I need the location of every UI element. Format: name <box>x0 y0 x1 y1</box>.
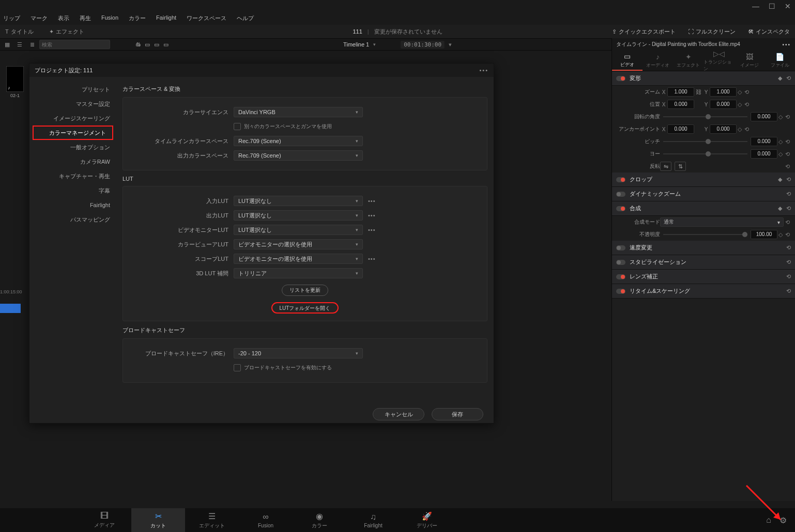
tab-audio[interactable]: ♪オーディオ <box>643 51 673 71</box>
color-science-select[interactable]: DaVinci YRGB▾ <box>234 107 363 117</box>
reset-icon[interactable]: ⟲ <box>786 75 791 82</box>
menu-playback[interactable]: 再生 <box>80 14 91 25</box>
nav-master[interactable]: マスター設定 <box>29 97 116 111</box>
rot-value[interactable]: 0.000 <box>751 112 777 121</box>
minimize-button[interactable]: — <box>752 2 759 10</box>
page-deliver[interactable]: 🚀デリバー <box>400 508 454 532</box>
sc-lut-select[interactable]: ビデオモニターの選択を使用▾ <box>234 254 363 264</box>
menu-workspace[interactable]: ワークスペース <box>187 14 226 25</box>
pitch-value[interactable]: 0.000 <box>751 137 777 146</box>
tool-icon-1[interactable]: ▭ <box>135 41 141 48</box>
lens-toggle[interactable] <box>616 274 625 279</box>
yaw-slider[interactable] <box>663 153 747 154</box>
section-stab[interactable]: スタビライゼーション⟲ <box>612 255 795 270</box>
nav-camera-raw[interactable]: カメラRAW <box>29 154 116 169</box>
tool-icon-2[interactable]: ▭ <box>145 41 150 48</box>
inspector-menu-icon[interactable]: ••• <box>782 42 791 48</box>
cancel-button[interactable]: キャンセル <box>373 408 424 420</box>
flip-h-button[interactable]: ⇋ <box>660 162 671 171</box>
sc-lut-more[interactable]: ••• <box>368 256 376 262</box>
open-lut-folder-button[interactable]: LUTフォルダーを開く <box>271 302 339 314</box>
page-edit[interactable]: ☰エディット <box>185 508 239 532</box>
page-fairlight[interactable]: ♫Fairlight <box>346 508 400 532</box>
flip-v-button[interactable]: ⇅ <box>675 162 686 171</box>
pos-y[interactable]: 0.000 <box>710 100 737 109</box>
menu-mark[interactable]: マーク <box>30 14 48 25</box>
link-icon[interactable]: ⛓ <box>694 89 702 95</box>
input-lut-more[interactable]: ••• <box>368 198 376 204</box>
nav-scaling[interactable]: イメージスケーリング <box>29 111 116 126</box>
tab-effects[interactable]: ✦エフェクト <box>673 51 704 71</box>
section-lens[interactable]: レンズ補正⟲ <box>612 270 795 284</box>
menu-fusion[interactable]: Fusion <box>101 14 118 25</box>
yaw-value[interactable]: 0.000 <box>751 149 777 159</box>
pitch-slider[interactable] <box>663 141 747 142</box>
keyframe-icon[interactable]: ◆ <box>778 75 782 82</box>
page-media[interactable]: 🎞メディア <box>78 508 131 532</box>
timeline-name[interactable]: Timeline 1 <box>343 41 369 48</box>
media-thumb[interactable]: 02-1 <box>6 66 24 98</box>
nav-capture[interactable]: キャプチャー・再生 <box>29 169 116 183</box>
page-fusion[interactable]: ∞Fusion <box>239 508 293 532</box>
nav-color-mgmt[interactable]: カラーマネージメント <box>33 126 113 140</box>
output-lut-select[interactable]: LUT選択なし▾ <box>234 210 363 221</box>
strip-view-icon[interactable]: ☰ <box>16 41 24 48</box>
menu-color[interactable]: カラー <box>129 14 146 25</box>
menu-view[interactable]: 表示 <box>58 14 69 25</box>
section-transform[interactable]: 変形 ◆⟲ <box>612 71 795 86</box>
section-speed[interactable]: 速度変更⟲ <box>612 241 795 255</box>
tab-video[interactable]: ▭ビデオ <box>612 51 643 71</box>
inspector-button[interactable]: 🛠インスペクタ <box>748 28 790 36</box>
menu-fairlight[interactable]: Fairlight <box>156 14 176 25</box>
settings-button[interactable]: ⚙ <box>779 515 787 525</box>
maximize-button[interactable]: ☐ <box>769 2 775 10</box>
section-dz[interactable]: ダイナミックズーム⟲ <box>612 187 795 201</box>
bsafe-enable-checkbox[interactable] <box>234 364 241 371</box>
bsafe-ire-select[interactable]: -20 - 120▾ <box>234 348 363 358</box>
output-cs-select[interactable]: Rec.709 (Scene)▾ <box>234 150 363 161</box>
close-button[interactable]: ✕ <box>785 2 791 10</box>
section-crop[interactable]: クロップ◆⟲ <box>612 173 795 187</box>
fullscreen-button[interactable]: ⛶フルスクリーン <box>688 28 736 36</box>
effects-button[interactable]: ✦エフェクト <box>49 28 84 36</box>
timeline-clip[interactable] <box>0 304 21 313</box>
pos-x[interactable]: 0.000 <box>667 100 694 109</box>
nav-presets[interactable]: プリセット <box>29 82 116 97</box>
timeline-cs-select[interactable]: Rec.709 (Scene)▾ <box>234 136 363 146</box>
retime-toggle[interactable] <box>616 289 625 294</box>
zoom-y[interactable]: 1.000 <box>710 87 737 97</box>
output-lut-more[interactable]: ••• <box>368 212 376 218</box>
cv-lut-select[interactable]: ビデオモニターの選択を使用▾ <box>234 239 363 249</box>
tool-icon-4[interactable]: ▭ <box>163 41 169 48</box>
dialog-menu-icon[interactable]: ••• <box>479 67 488 73</box>
vm-lut-select[interactable]: LUT選択なし▾ <box>234 225 363 235</box>
grid-view-icon[interactable]: ▦ <box>3 41 11 48</box>
quick-export-button[interactable]: ⇪クイックエクスポート <box>612 28 676 36</box>
vm-lut-more[interactable]: ••• <box>368 227 376 233</box>
section-comp[interactable]: 合成◆⟲ <box>612 201 795 216</box>
opacity-slider[interactable] <box>663 234 747 235</box>
tab-image[interactable]: 🖼イメージ <box>734 51 765 71</box>
stab-toggle[interactable] <box>616 260 625 265</box>
page-cut[interactable]: ✂カット <box>131 508 185 532</box>
tool-icon-3[interactable]: ▭ <box>154 41 159 48</box>
tab-transition[interactable]: ▷◁トランジション <box>704 51 734 71</box>
anchor-y[interactable]: 0.000 <box>710 124 737 134</box>
page-color[interactable]: ◉カラー <box>293 508 346 532</box>
anchor-x[interactable]: 0.000 <box>667 124 694 134</box>
separate-gamma-checkbox[interactable] <box>234 123 241 130</box>
tab-file[interactable]: 📄ファイル <box>765 51 795 71</box>
tc-options-icon[interactable]: ▾ <box>449 41 452 48</box>
list-view-icon[interactable]: ≣ <box>28 41 36 48</box>
zoom-x[interactable]: 1.000 <box>667 87 694 97</box>
menu-help[interactable]: ヘルプ <box>237 14 254 25</box>
speed-toggle[interactable] <box>616 245 625 251</box>
reset-icon[interactable]: ⟲ <box>743 89 750 96</box>
dz-toggle[interactable] <box>616 192 625 197</box>
timecode[interactable]: 00:01:30:00 <box>401 41 445 49</box>
menu-clip[interactable]: リップ <box>3 14 20 25</box>
clip-thumbnail[interactable] <box>6 66 24 92</box>
nav-pathmap[interactable]: パスマッピング <box>29 212 116 227</box>
comp-toggle[interactable] <box>616 206 625 211</box>
save-button[interactable]: 保存 <box>432 408 483 420</box>
